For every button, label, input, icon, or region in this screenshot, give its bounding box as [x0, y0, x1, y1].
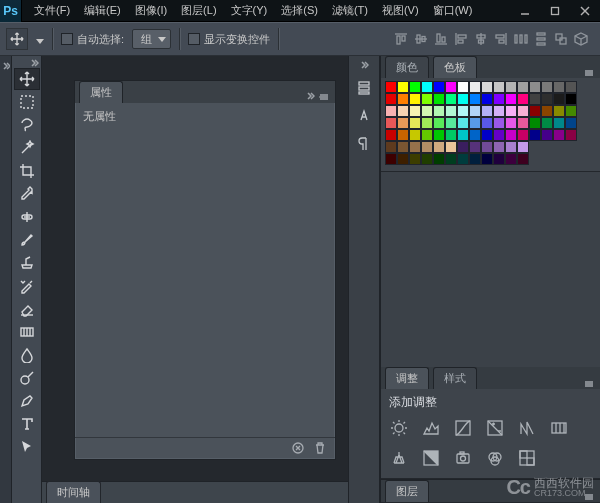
swatch[interactable]: [517, 129, 529, 141]
swatch[interactable]: [517, 153, 529, 165]
color-lookup-icon[interactable]: [517, 448, 537, 468]
auto-select-checkbox[interactable]: 自动选择:: [61, 32, 124, 47]
swatch[interactable]: [469, 93, 481, 105]
distribute-v-icon[interactable]: [532, 30, 550, 48]
swatch[interactable]: [541, 117, 553, 129]
3d-mode-icon[interactable]: [572, 30, 590, 48]
tab-properties[interactable]: 属性: [79, 81, 123, 103]
exposure-icon[interactable]: [485, 418, 505, 438]
swatch[interactable]: [409, 105, 421, 117]
swatch[interactable]: [385, 129, 397, 141]
vibrance-icon[interactable]: [517, 418, 537, 438]
tab-adjustments[interactable]: 调整: [385, 367, 429, 389]
swatch[interactable]: [469, 141, 481, 153]
swatch[interactable]: [457, 141, 469, 153]
swatch[interactable]: [493, 93, 505, 105]
arrange-icon[interactable]: [552, 30, 570, 48]
swatch[interactable]: [385, 105, 397, 117]
marquee-tool[interactable]: [14, 91, 40, 113]
clone-stamp-tool[interactable]: [14, 252, 40, 274]
swatch[interactable]: [493, 117, 505, 129]
eraser-tool[interactable]: [14, 298, 40, 320]
swatch[interactable]: [481, 141, 493, 153]
active-tool-icon[interactable]: [6, 28, 28, 50]
menu-select[interactable]: 选择(S): [275, 1, 324, 20]
panel-menu-icon[interactable]: [319, 92, 329, 102]
swatch[interactable]: [517, 81, 529, 93]
swatch[interactable]: [481, 117, 493, 129]
swatch[interactable]: [481, 129, 493, 141]
swatch[interactable]: [409, 153, 421, 165]
menu-layer[interactable]: 图层(L): [175, 1, 222, 20]
maximize-button[interactable]: [540, 0, 570, 22]
trash-icon[interactable]: [313, 441, 327, 457]
swatch[interactable]: [457, 153, 469, 165]
swatch[interactable]: [433, 93, 445, 105]
show-transform-controls-checkbox[interactable]: 显示变换控件: [188, 32, 270, 47]
eyedropper-tool[interactable]: [14, 183, 40, 205]
align-vcenter-icon[interactable]: [412, 30, 430, 48]
close-button[interactable]: [570, 0, 600, 22]
paragraph-dock-icon[interactable]: [352, 132, 376, 156]
swatch[interactable]: [421, 105, 433, 117]
tab-swatches[interactable]: 色板: [433, 56, 477, 78]
tab-layers[interactable]: 图层: [385, 480, 429, 502]
menu-type[interactable]: 文字(Y): [225, 1, 274, 20]
swatch[interactable]: [445, 153, 457, 165]
swatch[interactable]: [541, 93, 553, 105]
swatch[interactable]: [553, 105, 565, 117]
swatch[interactable]: [505, 129, 517, 141]
swatch[interactable]: [481, 153, 493, 165]
swatch[interactable]: [445, 93, 457, 105]
panel-menu-icon[interactable]: [584, 379, 594, 389]
lasso-tool[interactable]: [14, 114, 40, 136]
swatch[interactable]: [385, 141, 397, 153]
swatch[interactable]: [553, 117, 565, 129]
menu-filter[interactable]: 滤镜(T): [326, 1, 374, 20]
swatch[interactable]: [529, 81, 541, 93]
menu-window[interactable]: 窗口(W): [427, 1, 479, 20]
swatch[interactable]: [565, 129, 577, 141]
panel-menu-icon[interactable]: [584, 492, 594, 502]
auto-select-target-select[interactable]: 组: [132, 29, 171, 49]
swatch[interactable]: [505, 117, 517, 129]
swatch[interactable]: [505, 81, 517, 93]
align-top-icon[interactable]: [392, 30, 410, 48]
tab-timeline[interactable]: 时间轴: [46, 481, 101, 503]
swatch[interactable]: [433, 81, 445, 93]
swatch[interactable]: [493, 141, 505, 153]
swatch[interactable]: [457, 93, 469, 105]
move-tool[interactable]: [14, 68, 40, 90]
crop-tool[interactable]: [14, 160, 40, 182]
swatch[interactable]: [493, 105, 505, 117]
swatch[interactable]: [409, 117, 421, 129]
menu-file[interactable]: 文件(F): [28, 1, 76, 20]
swatch[interactable]: [565, 117, 577, 129]
color-balance-icon[interactable]: [389, 448, 409, 468]
swatch[interactable]: [397, 129, 409, 141]
panel-menu-icon[interactable]: [584, 68, 594, 78]
gradient-tool[interactable]: [14, 321, 40, 343]
swatch[interactable]: [517, 141, 529, 153]
brush-tool[interactable]: [14, 229, 40, 251]
tools-expand-icon[interactable]: [12, 58, 41, 68]
swatch[interactable]: [397, 117, 409, 129]
swatch[interactable]: [541, 81, 553, 93]
pen-tool[interactable]: [14, 390, 40, 412]
healing-brush-tool[interactable]: [14, 206, 40, 228]
swatch[interactable]: [505, 93, 517, 105]
swatch[interactable]: [529, 129, 541, 141]
swatch-grid[interactable]: [385, 81, 596, 165]
blur-tool[interactable]: [14, 344, 40, 366]
dodge-tool[interactable]: [14, 367, 40, 389]
photo-filter-icon[interactable]: [453, 448, 473, 468]
swatch[interactable]: [541, 105, 553, 117]
swatch[interactable]: [469, 153, 481, 165]
swatch[interactable]: [517, 117, 529, 129]
swatch[interactable]: [565, 81, 577, 93]
swatch[interactable]: [433, 129, 445, 141]
history-brush-tool[interactable]: [14, 275, 40, 297]
align-left-icon[interactable]: [452, 30, 470, 48]
swatch[interactable]: [409, 81, 421, 93]
swatch[interactable]: [505, 105, 517, 117]
